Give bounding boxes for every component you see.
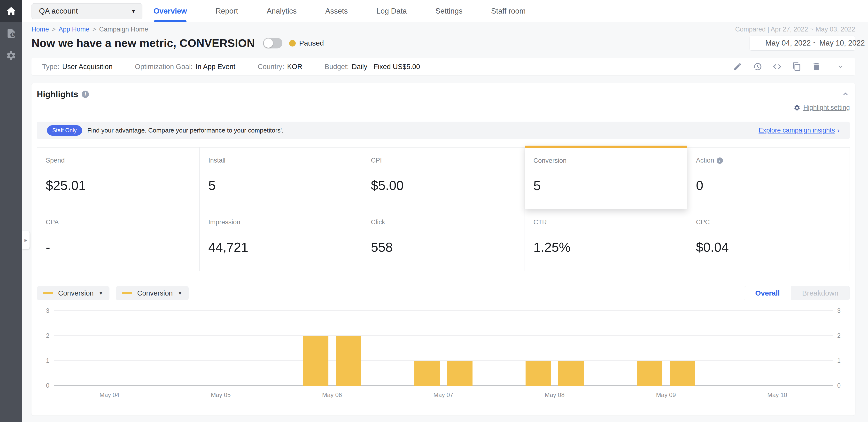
field-label: Optimization Goal: [135, 63, 193, 70]
breadcrumb: Home>App Home>Campaign Home [31, 26, 148, 33]
campaign-info-country: Country:KOR [258, 63, 302, 71]
status-dot-icon [289, 40, 296, 47]
settings-gear-icon [6, 50, 17, 61]
metric-card-impression[interactable]: Impression44,721 [199, 209, 362, 271]
code-icon [772, 62, 782, 71]
tab-overview[interactable]: Overview [154, 0, 187, 22]
breadcrumb-campaign-home: Campaign Home [99, 26, 148, 33]
selector-label: Conversion [58, 289, 94, 297]
history-icon [752, 62, 762, 71]
tab-staff-room[interactable]: Staff room [491, 0, 526, 22]
history-button[interactable] [752, 62, 762, 71]
day-group-may-07 [388, 311, 499, 386]
bar-may-09-series1 [637, 361, 662, 386]
x-tick-may-04: May 04 [54, 391, 165, 398]
metric-label-row: CPA [46, 218, 191, 226]
metric-card-cpa[interactable]: CPA- [37, 209, 199, 271]
trash-icon [812, 62, 821, 71]
campaign-status-toggle[interactable] [263, 38, 282, 49]
copy-icon [792, 62, 801, 71]
sidebar-item-billing[interactable]: $ [0, 22, 22, 44]
expand-details-button[interactable] [836, 62, 844, 71]
chart-x-axis: May 04May 05May 06May 07May 08May 09May … [54, 391, 833, 398]
sidebar-item-settings[interactable] [0, 44, 22, 67]
y-tick-right-2: 2 [837, 332, 848, 339]
metric-card-spend[interactable]: Spend$25.01 [37, 148, 199, 209]
edit-button[interactable] [733, 62, 742, 71]
metric-card-cpi[interactable]: CPI$5.00 [362, 148, 525, 209]
date-range-value: May 04, 2022 ~ May 10, 2022 [765, 39, 865, 48]
sidebar-expand-handle[interactable]: ▸ [22, 231, 30, 249]
bar-may-09-series2 [670, 361, 695, 386]
field-label: Country: [258, 63, 284, 70]
y-tick-left-0: 0 [39, 382, 50, 389]
metric-label: Spend [46, 157, 65, 164]
tab-report[interactable]: Report [216, 0, 238, 22]
duplicate-button[interactable] [792, 62, 801, 71]
page-title: Now we have a new metric, CONVERSION [31, 37, 255, 50]
metric-value: 5 [208, 178, 353, 193]
metric-label-row: Spend [46, 157, 191, 164]
tab-settings[interactable]: Settings [435, 0, 463, 22]
y-tick-right-3: 3 [837, 307, 848, 314]
bar-may-08-series1 [526, 361, 551, 386]
tab-analytics[interactable]: Analytics [267, 0, 297, 22]
y-tick-left-1: 1 [39, 357, 50, 364]
breadcrumb-home[interactable]: Home [31, 26, 49, 33]
collapse-highlights-button[interactable] [841, 90, 850, 99]
metric-label-row: Actioni [696, 157, 841, 164]
field-value: In App Event [195, 63, 235, 70]
view-toggle: OverallBreakdown [744, 286, 850, 300]
tab-assets[interactable]: Assets [325, 0, 348, 22]
y-tick-right-0: 0 [837, 382, 848, 389]
field-value: KOR [287, 63, 303, 70]
chevron-right-icon: › [837, 126, 840, 134]
staff-banner: Staff Only Find your advantage. Compare … [37, 122, 850, 139]
metric-label: Action [696, 157, 714, 164]
campaign-info-optimization-goal: Optimization Goal:In App Event [135, 63, 236, 71]
bar-may-07-series2 [447, 361, 472, 386]
day-group-may-05 [165, 311, 277, 386]
pencil-icon [733, 62, 742, 71]
sidebar-item-home[interactable] [0, 0, 22, 22]
metric-selector-1[interactable]: Conversion▼ [37, 286, 110, 300]
metric-card-ctr[interactable]: CTR1.25% [525, 209, 687, 271]
svg-text:$: $ [11, 33, 13, 37]
view-toggle-breakdown[interactable]: Breakdown [791, 287, 849, 300]
metric-value: 0 [696, 178, 841, 193]
y-tick-left-2: 2 [39, 332, 50, 339]
metric-card-conversion[interactable]: Conversion5 [525, 146, 687, 209]
caret-down-icon: ▼ [178, 291, 182, 296]
account-selector[interactable]: QA account ▾ [31, 3, 143, 19]
main-nav-tabs: OverviewReportAnalyticsAssetsLog DataSet… [154, 0, 526, 22]
metric-selector-2[interactable]: Conversion▼ [116, 286, 188, 300]
highlight-setting-link[interactable]: Highlight setting [794, 104, 850, 112]
metric-value: $5.00 [371, 178, 516, 193]
breadcrumb-separator: > [92, 26, 96, 33]
view-toggle-overall[interactable]: Overall [744, 287, 791, 300]
day-group-may-09 [610, 311, 722, 386]
metric-label-row: CPI [371, 157, 516, 164]
bar-may-06-series1 [303, 336, 329, 386]
campaign-actions [733, 62, 844, 71]
bar-may-08-series2 [558, 361, 584, 386]
metric-value: 5 [533, 178, 678, 193]
tab-log-data[interactable]: Log Data [376, 0, 407, 22]
date-range-picker[interactable]: May 04, 2022 ~ May 10, 2022 [750, 36, 855, 51]
metric-label: CPC [696, 218, 710, 226]
delete-button[interactable] [812, 62, 821, 71]
highlight-setting-label: Highlight setting [803, 104, 850, 112]
metric-card-action[interactable]: Actioni0 [687, 148, 850, 209]
code-button[interactable] [772, 62, 782, 71]
info-icon: i [82, 91, 89, 98]
metric-card-cpc[interactable]: CPC$0.04 [687, 209, 850, 271]
metric-card-install[interactable]: Install5 [199, 148, 362, 209]
legend-dash-icon [122, 292, 132, 294]
status-badge: Paused [289, 39, 324, 47]
breadcrumb-app-home[interactable]: App Home [59, 26, 90, 33]
explore-campaign-insights-link[interactable]: Explore campaign insights › [758, 126, 840, 134]
metric-value: 558 [371, 240, 516, 254]
metric-label-row: CTR [533, 218, 678, 226]
field-label: Type: [42, 63, 59, 70]
metric-card-click[interactable]: Click558 [362, 209, 525, 271]
